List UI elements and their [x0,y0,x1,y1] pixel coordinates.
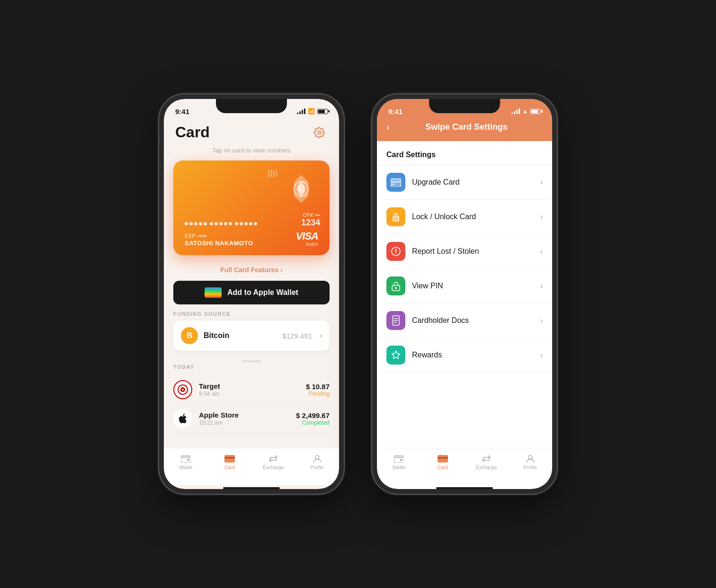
funding-section-label: FUNDING SOURCE [173,311,330,317]
wallet-nav-icon [180,454,191,463]
bottom-nav-right: Wallet Card Exchange Profile [377,448,552,485]
wallet-nav-label-left: Wallet [179,465,192,470]
nav-profile-right[interactable]: Profile [509,452,553,472]
today-label: TODAY [173,364,330,370]
nav-profile-left[interactable]: Profile [295,452,340,472]
wifi-icon: 📶 [308,108,315,115]
svg-point-18 [395,253,396,254]
nav-card-right[interactable]: Card [421,452,465,472]
cardholder-docs-chevron: › [540,316,543,325]
completed-status: Completed [296,419,330,426]
status-icons-right: ▲ [511,108,541,115]
settings-item-view-pin[interactable]: View PIN › [377,269,552,303]
upgrade-card-icon [386,173,405,192]
nav-wallet-left[interactable]: Wallet [164,452,208,472]
contactless-icon: )))) [268,169,277,178]
wifi-icon-right: ▲ [522,108,528,115]
card-nav-label-right: Card [438,465,448,470]
lock-card-label: Lock / Unlock Card [412,213,534,221]
svg-rect-12 [391,181,401,183]
notch [216,99,287,113]
report-lost-label: Report Lost / Stolen [412,247,534,256]
settings-item-upgrade-card[interactable]: Upgrade Card › [377,165,552,200]
svg-rect-6 [187,459,189,461]
exchange-nav-label-right: Exchange [476,465,497,470]
transaction-row-target[interactable]: Target 9:34 am $ 10.87 Pending [173,375,330,404]
settings-item-rewards[interactable]: Rewards › [377,338,552,373]
settings-button[interactable] [311,124,328,141]
exchange-nav-icon-right [481,454,492,463]
card-page-title: Card [175,124,210,141]
settings-item-cardholder-docs[interactable]: Cardholder Docs › [377,303,552,338]
card-header: Card [164,120,339,147]
credit-card[interactable]: )))) CVV: ••• 1234 [173,160,330,255]
report-lost-chevron: › [540,247,543,256]
transaction-row-apple[interactable]: Apple Store 10:22 am $ 2,499.67 Complete… [173,404,330,433]
right-phone: 9:41 ▲ ‹ Swipe Card Settings Card Set [372,94,557,494]
upgrade-card-chevron: › [540,178,543,187]
status-time-left: 9:41 [175,107,189,116]
chevron-right-icon: › [280,266,283,274]
svg-point-16 [395,218,397,220]
svg-rect-23 [400,459,402,461]
back-button[interactable]: ‹ [385,120,400,134]
exchange-nav-label-left: Exchange [263,465,284,470]
nav-exchange-left[interactable]: Exchange [251,452,295,472]
rewards-icon [386,346,405,365]
home-indicator-right [436,487,493,489]
settings-body: Card Settings Upgrade Card › Lock / Unlo… [377,141,552,448]
apple-store-icon [173,409,192,428]
notch-right [429,99,500,113]
profile-nav-icon-right [525,454,536,463]
wallet-nav-icon-right [393,454,404,463]
nav-exchange-right[interactable]: Exchange [465,452,509,472]
nav-wallet-right[interactable]: Wallet [377,452,421,472]
cardholder-docs-label: Cardholder Docs [412,316,534,325]
full-card-features-link[interactable]: Full Card Features › [220,266,283,274]
status-time-right: 9:41 [388,107,403,116]
settings-screen-title: Swipe Card Settings [403,122,529,132]
view-pin-icon [386,276,405,295]
exchange-nav-icon [268,454,279,463]
funding-name: Bitcoin [204,331,277,340]
wallet-stripe-icon [205,287,222,298]
battery-icon-right [530,109,541,114]
cardholder-docs-icon [386,311,405,330]
card-cvv: CVV: ••• 1234 [301,213,320,228]
svg-point-0 [318,131,321,134]
signal-bars-right [511,108,520,114]
card-nav-label-left: Card [224,465,235,470]
home-indicator-left [223,487,280,489]
apple-wallet-button[interactable]: Add to Apple Wallet [173,281,330,304]
target-txn-right: $ 10.87 Pending [306,383,330,397]
funding-amount: $129.491 [282,332,312,340]
settings-header: ‹ Swipe Card Settings [377,120,552,141]
card-brand-logo [282,170,320,208]
lock-card-chevron: › [540,213,543,221]
settings-item-report-lost[interactable]: Report Lost / Stolen › [377,234,552,269]
cardholder-name: SATOSHI NAKAMOTO [185,240,253,247]
target-txn-info: Target 9:34 am [199,382,299,397]
signal-bars [297,108,305,114]
funding-source-section: FUNDING SOURCE B Bitcoin $129.491 › [164,311,339,356]
status-icons-left: 📶 [297,108,328,115]
svg-rect-13 [392,184,394,185]
transactions-section: TODAY Target 9:34 am $ 10.87 Pending [164,364,339,448]
funding-row[interactable]: B Bitcoin $129.491 › [173,321,330,351]
card-nav-icon [224,454,235,463]
settings-item-lock-card[interactable]: Lock / Unlock Card › [377,200,552,234]
view-pin-chevron: › [540,282,543,290]
report-lost-icon [386,242,405,261]
card-number-dots [185,222,257,225]
profile-nav-label-left: Profile [311,465,324,470]
left-phone: 9:41 📶 Card [159,94,344,494]
svg-point-26 [528,455,532,459]
credit-card-wrapper[interactable]: )))) CVV: ••• 1234 [164,160,339,255]
profile-nav-icon-left [312,454,323,463]
svg-point-9 [315,455,319,459]
lock-card-icon [386,207,405,226]
card-bottom-row: EXP: ••/•• SATOSHI NAKAMOTO VISA Debit [185,231,318,247]
visa-logo: VISA Debit [296,231,318,247]
card-expiry: EXP: ••/•• [185,233,253,239]
nav-card-left[interactable]: Card [208,452,252,472]
